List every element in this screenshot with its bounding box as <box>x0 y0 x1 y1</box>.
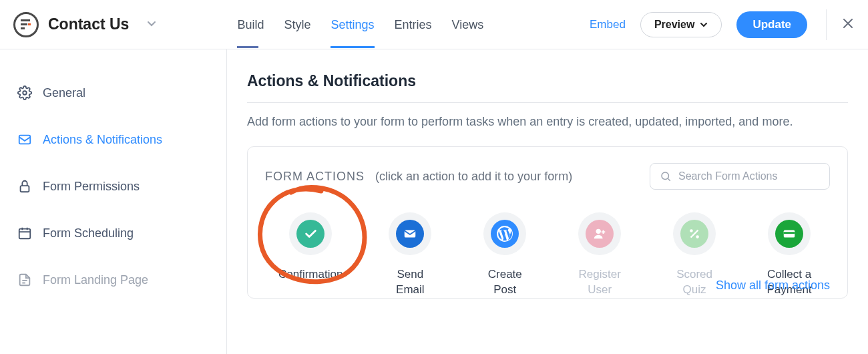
actions-icon <box>17 132 32 147</box>
user-plus-icon <box>592 226 607 241</box>
check-icon <box>303 226 318 241</box>
svg-line-14 <box>668 178 670 180</box>
action-send-email[interactable]: Send Email <box>383 212 437 298</box>
sidebar-item-permissions[interactable]: Form Permissions <box>0 163 226 210</box>
sidebar-label-permissions: Form Permissions <box>43 180 140 194</box>
svg-rect-24 <box>784 232 795 234</box>
sidebar-item-actions[interactable]: Actions & Notifications <box>0 116 226 163</box>
sidebar: General Actions & Notifications Form Per… <box>0 49 227 354</box>
svg-rect-6 <box>21 186 29 192</box>
sidebar-label-actions: Actions & Notifications <box>43 133 162 147</box>
logo-title-group: Contact Us <box>13 12 157 37</box>
mail-icon <box>403 226 417 241</box>
action-label: Scored Quiz <box>667 267 722 298</box>
action-label: Send Email <box>383 267 437 298</box>
main: Actions & Notifications Add form actions… <box>227 49 868 354</box>
form-title: Contact Us <box>48 15 129 33</box>
embed-link[interactable]: Embed <box>590 18 626 31</box>
svg-rect-5 <box>19 136 31 144</box>
panel-head: FORM ACTIONS (click an action to add it … <box>265 163 830 190</box>
sidebar-item-landing[interactable]: Form Landing Page <box>0 256 226 303</box>
svg-point-21 <box>690 229 693 232</box>
tab-views[interactable]: Views <box>452 2 484 47</box>
svg-rect-0 <box>21 19 30 21</box>
tab-entries[interactable]: Entries <box>395 2 432 47</box>
lock-icon <box>17 179 32 194</box>
action-label: Register User <box>572 267 627 298</box>
svg-rect-1 <box>21 23 27 25</box>
sidebar-label-landing: Form Landing Page <box>43 273 148 287</box>
calendar-icon <box>17 226 32 240</box>
tab-style[interactable]: Style <box>284 2 310 47</box>
divider <box>826 9 827 40</box>
svg-point-17 <box>596 229 601 234</box>
divider <box>247 102 848 103</box>
tabs: Build Style Settings Entries Views <box>237 2 483 47</box>
tab-build[interactable]: Build <box>237 2 264 47</box>
app-logo <box>13 12 39 37</box>
search-field[interactable] <box>650 163 830 190</box>
svg-rect-2 <box>28 23 31 25</box>
action-scored-quiz[interactable]: Scored Quiz <box>667 212 722 298</box>
form-actions-panel: FORM ACTIONS (click an action to add it … <box>247 146 848 299</box>
search-icon <box>660 170 672 182</box>
chevron-down-icon <box>700 21 708 29</box>
action-label: Confirmation <box>278 267 343 283</box>
form-actions-label: FORM ACTIONS <box>265 170 365 184</box>
sidebar-label-scheduling: Form Scheduling <box>43 226 134 240</box>
svg-rect-3 <box>21 27 25 29</box>
svg-point-22 <box>696 235 699 238</box>
form-actions-hint: (click an action to add it to your form) <box>375 170 572 184</box>
preview-label: Preview <box>654 19 694 31</box>
tab-settings[interactable]: Settings <box>331 2 374 47</box>
header-right: Embed Preview Update <box>590 9 855 40</box>
gear-icon <box>17 85 32 100</box>
svg-rect-7 <box>19 229 31 239</box>
action-confirmation[interactable]: Confirmation <box>278 212 343 298</box>
update-button[interactable]: Update <box>736 11 807 38</box>
page-description: Add form actions to your form to perform… <box>247 115 848 129</box>
action-register-user[interactable]: Register User <box>572 212 627 298</box>
chevron-down-icon[interactable] <box>146 18 157 31</box>
page-icon <box>17 273 32 287</box>
card-icon <box>782 226 797 241</box>
wordpress-icon <box>496 225 513 242</box>
svg-point-4 <box>23 91 27 95</box>
preview-button[interactable]: Preview <box>640 12 722 37</box>
show-all-link[interactable]: Show all form actions <box>716 279 830 293</box>
action-label: Create Post <box>477 267 532 298</box>
sidebar-item-scheduling[interactable]: Form Scheduling <box>0 210 226 256</box>
header: Contact Us Build Style Settings Entries … <box>0 0 868 49</box>
action-create-post[interactable]: Create Post <box>477 212 532 298</box>
page-title: Actions & Notifications <box>247 72 848 90</box>
sidebar-item-general[interactable]: General <box>0 69 226 116</box>
percent-icon <box>687 226 702 241</box>
close-icon[interactable] <box>841 17 855 33</box>
body: General Actions & Notifications Form Per… <box>0 49 868 354</box>
search-input[interactable] <box>678 170 820 182</box>
svg-point-13 <box>662 172 669 180</box>
sidebar-label-general: General <box>43 86 85 100</box>
